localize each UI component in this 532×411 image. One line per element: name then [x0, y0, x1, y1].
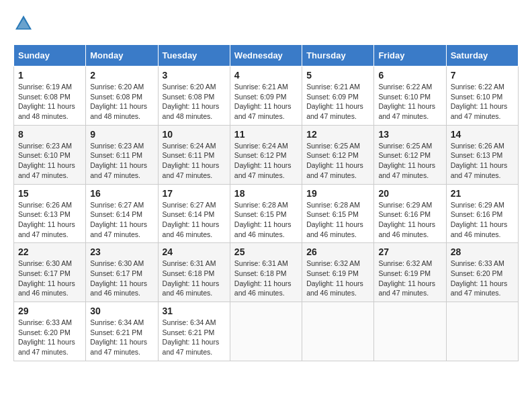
table-row: 3Sunrise: 6:20 AM Sunset: 6:08 PM Daylig…	[158, 66, 230, 126]
day-number: 3	[163, 70, 226, 81]
calendar-body: 1Sunrise: 6:19 AM Sunset: 6:08 PM Daylig…	[14, 66, 519, 361]
table-row: 7Sunrise: 6:22 AM Sunset: 6:10 PM Daylig…	[446, 66, 518, 126]
table-row: 10Sunrise: 6:24 AM Sunset: 6:11 PM Dayli…	[158, 125, 230, 184]
calendar-week-3: 15Sunrise: 6:26 AM Sunset: 6:13 PM Dayli…	[14, 184, 519, 243]
day-number: 23	[90, 246, 153, 257]
calendar-table: SundayMondayTuesdayWednesdayThursdayFrid…	[13, 44, 519, 361]
table-row: 26Sunrise: 6:32 AM Sunset: 6:19 PM Dayli…	[302, 243, 374, 302]
table-row	[374, 302, 446, 361]
day-number: 5	[306, 70, 369, 81]
day-info: Sunrise: 6:30 AM Sunset: 6:17 PM Dayligh…	[90, 259, 153, 298]
table-row: 15Sunrise: 6:26 AM Sunset: 6:13 PM Dayli…	[14, 184, 86, 243]
day-number: 25	[234, 246, 298, 257]
day-info: Sunrise: 6:34 AM Sunset: 6:21 PM Dayligh…	[90, 318, 153, 357]
table-row: 29Sunrise: 6:33 AM Sunset: 6:20 PM Dayli…	[14, 302, 86, 361]
day-number: 6	[378, 70, 441, 81]
day-info: Sunrise: 6:28 AM Sunset: 6:15 PM Dayligh…	[234, 200, 298, 240]
table-row: 20Sunrise: 6:29 AM Sunset: 6:16 PM Dayli…	[374, 184, 446, 243]
day-number: 12	[306, 129, 369, 140]
day-info: Sunrise: 6:22 AM Sunset: 6:10 PM Dayligh…	[378, 82, 441, 122]
day-number: 26	[306, 246, 369, 257]
day-number: 15	[18, 188, 81, 199]
day-info: Sunrise: 6:20 AM Sunset: 6:08 PM Dayligh…	[90, 82, 153, 122]
table-row: 22Sunrise: 6:30 AM Sunset: 6:17 PM Dayli…	[14, 243, 86, 302]
day-info: Sunrise: 6:30 AM Sunset: 6:17 PM Dayligh…	[18, 259, 81, 298]
day-info: Sunrise: 6:27 AM Sunset: 6:14 PM Dayligh…	[163, 200, 226, 240]
day-number: 14	[451, 129, 514, 140]
calendar-week-4: 22Sunrise: 6:30 AM Sunset: 6:17 PM Dayli…	[14, 243, 519, 302]
table-row	[302, 302, 374, 361]
day-number: 28	[451, 246, 514, 257]
day-info: Sunrise: 6:26 AM Sunset: 6:13 PM Dayligh…	[451, 141, 514, 181]
day-number: 9	[90, 129, 153, 140]
day-number: 1	[18, 70, 81, 81]
table-row: 9Sunrise: 6:23 AM Sunset: 6:11 PM Daylig…	[86, 125, 158, 184]
table-row: 18Sunrise: 6:28 AM Sunset: 6:15 PM Dayli…	[230, 184, 302, 243]
day-number: 22	[18, 246, 81, 257]
day-info: Sunrise: 6:25 AM Sunset: 6:12 PM Dayligh…	[306, 141, 369, 181]
calendar-header-thursday: Thursday	[302, 45, 374, 66]
table-row: 23Sunrise: 6:30 AM Sunset: 6:17 PM Dayli…	[86, 243, 158, 302]
calendar-header-friday: Friday	[374, 45, 446, 66]
table-row: 14Sunrise: 6:26 AM Sunset: 6:13 PM Dayli…	[446, 125, 518, 184]
day-info: Sunrise: 6:31 AM Sunset: 6:18 PM Dayligh…	[234, 259, 298, 298]
calendar-week-1: 1Sunrise: 6:19 AM Sunset: 6:08 PM Daylig…	[14, 66, 519, 126]
day-number: 29	[18, 306, 81, 316]
day-info: Sunrise: 6:24 AM Sunset: 6:12 PM Dayligh…	[234, 141, 298, 181]
calendar-header-row: SundayMondayTuesdayWednesdayThursdayFrid…	[14, 45, 519, 66]
day-number: 27	[378, 246, 441, 257]
day-number: 13	[378, 129, 441, 140]
table-row	[446, 302, 518, 361]
calendar-week-5: 29Sunrise: 6:33 AM Sunset: 6:20 PM Dayli…	[14, 302, 519, 361]
day-info: Sunrise: 6:23 AM Sunset: 6:11 PM Dayligh…	[90, 141, 153, 181]
table-row: 5Sunrise: 6:21 AM Sunset: 6:09 PM Daylig…	[302, 66, 374, 126]
day-info: Sunrise: 6:32 AM Sunset: 6:19 PM Dayligh…	[306, 259, 369, 298]
day-number: 18	[234, 188, 298, 199]
calendar-header-monday: Monday	[86, 45, 158, 66]
table-row: 4Sunrise: 6:21 AM Sunset: 6:09 PM Daylig…	[230, 66, 302, 126]
day-info: Sunrise: 6:24 AM Sunset: 6:11 PM Dayligh…	[163, 141, 226, 181]
page-header	[13, 13, 519, 34]
day-info: Sunrise: 6:23 AM Sunset: 6:10 PM Dayligh…	[18, 141, 81, 181]
calendar-header-tuesday: Tuesday	[158, 45, 230, 66]
day-number: 10	[163, 129, 226, 140]
day-number: 2	[90, 70, 153, 81]
table-row: 21Sunrise: 6:29 AM Sunset: 6:16 PM Dayli…	[446, 184, 518, 243]
calendar-header-sunday: Sunday	[14, 45, 86, 66]
day-info: Sunrise: 6:27 AM Sunset: 6:14 PM Dayligh…	[90, 200, 153, 240]
day-number: 16	[90, 188, 153, 199]
day-number: 21	[451, 188, 514, 199]
day-info: Sunrise: 6:21 AM Sunset: 6:09 PM Dayligh…	[234, 82, 298, 122]
calendar-header-saturday: Saturday	[446, 45, 518, 66]
table-row: 17Sunrise: 6:27 AM Sunset: 6:14 PM Dayli…	[158, 184, 230, 243]
calendar-week-2: 8Sunrise: 6:23 AM Sunset: 6:10 PM Daylig…	[14, 125, 519, 184]
day-number: 4	[234, 70, 298, 81]
table-row: 27Sunrise: 6:32 AM Sunset: 6:19 PM Dayli…	[374, 243, 446, 302]
day-info: Sunrise: 6:19 AM Sunset: 6:08 PM Dayligh…	[18, 82, 81, 122]
table-row: 25Sunrise: 6:31 AM Sunset: 6:18 PM Dayli…	[230, 243, 302, 302]
day-info: Sunrise: 6:25 AM Sunset: 6:12 PM Dayligh…	[378, 141, 441, 181]
day-info: Sunrise: 6:32 AM Sunset: 6:19 PM Dayligh…	[378, 259, 441, 298]
table-row: 12Sunrise: 6:25 AM Sunset: 6:12 PM Dayli…	[302, 125, 374, 184]
table-row: 1Sunrise: 6:19 AM Sunset: 6:08 PM Daylig…	[14, 66, 86, 126]
table-row	[230, 302, 302, 361]
day-number: 8	[18, 129, 81, 140]
day-info: Sunrise: 6:20 AM Sunset: 6:08 PM Dayligh…	[163, 82, 226, 122]
table-row: 28Sunrise: 6:33 AM Sunset: 6:20 PM Dayli…	[446, 243, 518, 302]
calendar-header-wednesday: Wednesday	[230, 45, 302, 66]
table-row: 19Sunrise: 6:28 AM Sunset: 6:15 PM Dayli…	[302, 184, 374, 243]
day-info: Sunrise: 6:28 AM Sunset: 6:15 PM Dayligh…	[306, 200, 369, 240]
table-row: 8Sunrise: 6:23 AM Sunset: 6:10 PM Daylig…	[14, 125, 86, 184]
day-info: Sunrise: 6:29 AM Sunset: 6:16 PM Dayligh…	[451, 200, 514, 240]
day-number: 30	[90, 306, 153, 316]
table-row: 11Sunrise: 6:24 AM Sunset: 6:12 PM Dayli…	[230, 125, 302, 184]
day-number: 17	[163, 188, 226, 199]
table-row: 6Sunrise: 6:22 AM Sunset: 6:10 PM Daylig…	[374, 66, 446, 126]
table-row: 31Sunrise: 6:34 AM Sunset: 6:21 PM Dayli…	[158, 302, 230, 361]
day-number: 7	[451, 70, 514, 81]
table-row: 16Sunrise: 6:27 AM Sunset: 6:14 PM Dayli…	[86, 184, 158, 243]
day-number: 31	[163, 306, 226, 316]
day-number: 24	[163, 246, 226, 257]
logo-icon	[13, 13, 34, 34]
logo	[13, 13, 36, 34]
